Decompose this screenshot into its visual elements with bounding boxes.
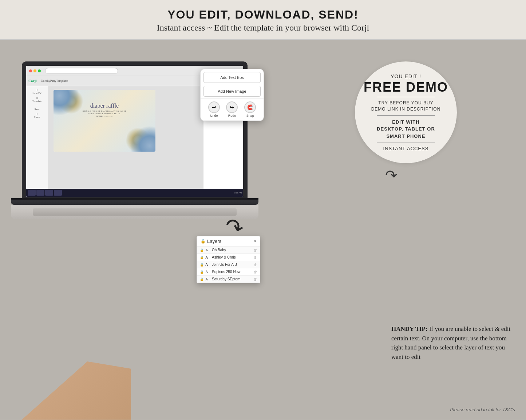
layer-row-4[interactable]: 🔒 A Saturday SEptem 🗑 [197,276,260,283]
layer-lock-icon-2: 🔒 [200,263,204,267]
hand-area [22,347,131,420]
layer-type-3: A [205,270,210,274]
laptop-hinge [11,198,258,200]
layers-header-left: 🔒 Layers [201,239,221,244]
layer-name-1: Ashley & Chris [212,255,254,259]
add-new-image-button[interactable]: Add New Image [203,86,261,97]
layer-row-3[interactable]: 🔒 A Supinos 250 New 🗑 [197,268,260,276]
layer-name-0: Oh Baby [212,248,254,252]
sidebar-tool-3[interactable]: ↓Save [28,104,46,112]
layer-type-0: A [205,248,210,252]
toolbar-text: NocckyPartyTemplates [41,79,68,83]
mobile-panel: Add Text Box Add New Image ↩ Undo ↪ Redo… [200,69,264,121]
layer-lock-icon-4: 🔒 [200,277,204,281]
demo-divider-2 [377,115,435,116]
sidebar-tool-2[interactable]: ⊞Template [28,96,46,104]
redo-icon[interactable]: ↪ [226,101,238,113]
layer-row-2[interactable]: 🔒 A Join Us For A B 🗑 [197,261,260,268]
layer-type-4: A [205,277,210,281]
sidebar-tool-1[interactable]: ✦New/TV [28,88,46,96]
handy-tip: HANDY TIP: If you are unable to select &… [391,324,515,361]
demo-edit-with: EDIT WITHDESKTOP, TABLET ORSMART PHONE [377,119,435,140]
mobile-icons-row: ↩ Undo ↪ Redo 🧲 Snap [201,98,264,121]
add-text-box-button[interactable]: Add Text Box [203,72,261,83]
snap-icon[interactable]: 🧲 [244,101,256,113]
demo-divider-1 [377,97,435,97]
layer-name-2: Join Us For A B [212,263,254,267]
layer-trash-icon-1[interactable]: 🗑 [254,256,257,259]
top-banner: YOU EDIT, DOWNLOAD, SEND! Instant access… [0,0,526,40]
layer-name-4: Saturday SEptem [212,277,254,281]
sidebar-tool-4[interactable]: ✈Share [28,112,46,120]
design-text-overlay: diaper raffle BRING A PACK OF DIAPERS (A… [81,103,128,117]
layer-lock-icon-0: 🔒 [200,248,204,252]
sub-title: Instant access ~ Edit the template in yo… [0,23,526,33]
footer-note: Please read ad in full for T&C's [450,407,515,412]
corjl-logo: Corjl [28,79,37,83]
snap-item: 🧲 Snap [244,101,256,117]
demo-divider-3 [377,143,435,143]
mobile-panel-container: Add Text Box Add New Image ↩ Undo ↪ Redo… [200,69,264,121]
laptop-base [11,198,258,205]
browser-close-dot[interactable] [29,69,32,72]
demo-try-before: TRY BEFORE YOU BUYDEMO LINK IN DESCRIPTI… [371,100,441,112]
design-script-title: diaper raffle [81,103,128,109]
floral-top-left [54,90,83,119]
layer-row-0[interactable]: 🔒 A Oh Baby 🗑 [197,247,260,254]
browser-maximize-dot[interactable] [38,69,41,72]
layer-name-3: Supinos 250 New [212,270,254,274]
layer-trash-icon-2[interactable]: 🗑 [254,263,257,267]
demo-free-demo-title: FREE DEMO [364,81,448,94]
taskbar-icon-3[interactable] [45,190,53,196]
corjl-sidebar-left: ✦New/TV ⊞Template ↓Save ✈Share [26,86,48,197]
redo-label: Redo [228,114,236,117]
layers-chevron-icon[interactable]: ▾ [254,239,256,244]
browser-minimize-dot[interactable] [33,69,36,72]
layer-type-1: A [205,255,210,259]
laptop-keyboard-area [11,205,258,219]
main-title: YOU EDIT, DOWNLOAD, SEND! [0,8,526,21]
arrow-down-icon: ↷ [385,167,398,184]
layers-panel: 🔒 Layers ▾ 🔒 A Oh Baby 🗑 🔒 A Ashley & Ch… [197,236,260,283]
taskbar-icon-1[interactable] [28,190,36,196]
demo-instant-access: INSTANT ACCESS [383,146,429,151]
corjl-canvas-area[interactable]: diaper raffle BRING A PACK OF DIAPERS (A… [48,86,203,197]
layer-row-1[interactable]: 🔒 A Ashley & Chris 🗑 [197,254,260,261]
demo-you-edit: YOU EDIT ! [391,73,421,79]
taskbar: 3:25 PM [26,189,243,197]
layer-trash-icon-0[interactable]: 🗑 [254,248,257,252]
handy-tip-label: HANDY TIP: [391,325,428,332]
free-demo-circle: YOU EDIT ! FREE DEMO TRY BEFORE YOU BUYD… [355,61,457,163]
design-body-text: BRING A PACK OF DIAPERS (ANY SIZE) FOR Y… [81,110,128,117]
taskbar-clock: 3:25 PM [234,192,242,194]
layers-lock-icon: 🔒 [201,239,206,244]
undo-icon[interactable]: ↩ [208,101,220,113]
floral-bottom-right [126,123,155,152]
layer-type-2: A [205,263,210,267]
undo-item: ↩ Undo [208,101,220,117]
layer-lock-icon-3: 🔒 [200,270,204,274]
layers-title: Layers [207,239,221,244]
undo-label: Undo [210,114,218,117]
main-content: Corjl NocckyPartyTemplates ✦New/TV ⊞Temp… [0,40,526,420]
right-content: YOU EDIT ! FREE DEMO TRY BEFORE YOU BUYD… [300,40,526,420]
taskbar-icon-4[interactable] [54,190,62,196]
layers-panel-container: 🔒 Layers ▾ 🔒 A Oh Baby 🗑 🔒 A Ashley & Ch… [197,236,260,283]
layer-lock-icon-1: 🔒 [200,256,204,259]
taskbar-icon-2[interactable] [36,190,44,196]
redo-item: ↪ Redo [226,101,238,117]
design-card-inner: diaper raffle BRING A PACK OF DIAPERS (A… [54,90,155,152]
layer-trash-icon-4[interactable]: 🗑 [254,277,257,281]
layer-trash-icon-3[interactable]: 🗑 [254,270,257,274]
design-card: diaper raffle BRING A PACK OF DIAPERS (A… [54,90,155,152]
keyboard-strip [33,208,237,216]
browser-address-bar[interactable] [45,68,118,74]
snap-label: Snap [246,114,254,117]
